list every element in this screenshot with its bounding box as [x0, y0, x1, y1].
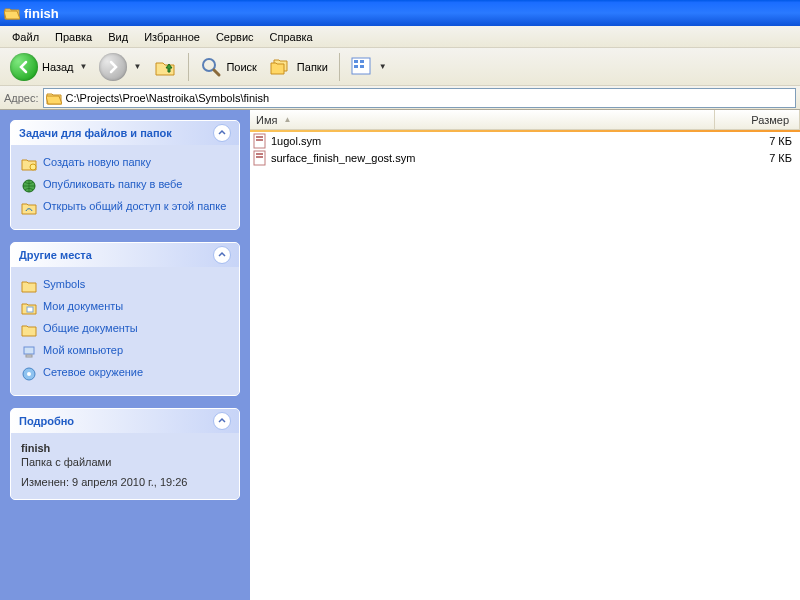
sym-file-icon — [252, 150, 268, 166]
svg-point-12 — [27, 372, 31, 376]
svg-rect-5 — [360, 65, 364, 68]
place-symbols[interactable]: Symbols — [21, 275, 229, 297]
other-places-header[interactable]: Другие места — [11, 243, 239, 267]
svg-rect-18 — [256, 156, 263, 158]
toolbar: Назад ▼ ▼ Поиск Папки ▼ — [0, 48, 800, 86]
task-share-folder[interactable]: Открыть общий доступ к этой папке — [21, 197, 229, 219]
svg-rect-14 — [256, 136, 263, 138]
folder-documents-icon — [21, 300, 37, 316]
tasks-pane: Задачи для файлов и папок Создать новую … — [0, 110, 250, 600]
globe-icon — [21, 178, 37, 194]
address-field[interactable]: C:\Projects\Proe\Nastroika\Symbols\finis… — [43, 88, 796, 108]
details-name: finish — [21, 441, 229, 455]
place-my-computer[interactable]: Мой компьютер — [21, 341, 229, 363]
file-list: 1ugol.sym 7 КБ surface_finish_new_gost.s… — [250, 132, 800, 600]
collapse-icon — [213, 124, 231, 142]
menu-file[interactable]: Файл — [4, 29, 47, 45]
views-button[interactable]: ▼ — [347, 55, 391, 79]
file-tasks-panel: Задачи для файлов и папок Создать новую … — [10, 120, 240, 230]
task-publish-web[interactable]: Опубликовать папку в вебе — [21, 175, 229, 197]
folders-label: Папки — [297, 61, 328, 73]
separator — [188, 53, 189, 81]
folder-icon — [21, 278, 37, 294]
computer-icon — [21, 344, 37, 360]
file-list-area: Имя ▲ Размер 1ugol.sym 7 КБ surface_fini… — [250, 110, 800, 600]
chevron-down-icon: ▼ — [133, 62, 141, 71]
up-button[interactable] — [149, 53, 181, 81]
folder-open-icon — [4, 6, 20, 20]
collapse-icon — [213, 412, 231, 430]
svg-rect-3 — [354, 65, 358, 68]
place-shared-documents[interactable]: Общие документы — [21, 319, 229, 341]
column-size[interactable]: Размер — [715, 110, 800, 129]
forward-button[interactable]: ▼ — [95, 51, 145, 83]
details-modified: Изменен: 9 апреля 2010 г., 19:26 — [21, 475, 229, 489]
other-places-panel: Другие места Symbols Мои документы Общие… — [10, 242, 240, 396]
file-size: 7 КБ — [715, 135, 800, 147]
menu-edit[interactable]: Правка — [47, 29, 100, 45]
file-tasks-header[interactable]: Задачи для файлов и папок — [11, 121, 239, 145]
search-button[interactable]: Поиск — [196, 54, 260, 80]
folder-open-icon — [46, 91, 62, 105]
menu-view[interactable]: Вид — [100, 29, 136, 45]
place-my-documents[interactable]: Мои документы — [21, 297, 229, 319]
svg-rect-8 — [27, 307, 33, 312]
place-network[interactable]: Сетевое окружение — [21, 363, 229, 385]
svg-point-6 — [30, 164, 36, 170]
window-titlebar: finish — [0, 0, 800, 26]
search-label: Поиск — [226, 61, 256, 73]
folder-up-icon — [153, 55, 177, 79]
collapse-icon — [213, 246, 231, 264]
details-title: Подробно — [19, 415, 74, 427]
svg-rect-15 — [256, 139, 263, 141]
menubar: Файл Правка Вид Избранное Сервис Справка — [0, 26, 800, 48]
back-icon — [10, 53, 38, 81]
task-new-folder[interactable]: Создать новую папку — [21, 153, 229, 175]
svg-rect-9 — [24, 347, 34, 354]
svg-rect-4 — [360, 60, 364, 63]
chevron-down-icon: ▼ — [379, 62, 387, 71]
file-tasks-title: Задачи для файлов и папок — [19, 127, 172, 139]
file-name: surface_finish_new_gost.sym — [271, 152, 715, 164]
address-label: Адрес: — [4, 92, 39, 104]
menu-favorites[interactable]: Избранное — [136, 29, 208, 45]
views-icon — [351, 57, 373, 77]
folders-icon — [269, 56, 293, 78]
column-name[interactable]: Имя ▲ — [250, 110, 715, 129]
chevron-down-icon: ▼ — [80, 62, 88, 71]
svg-rect-10 — [26, 355, 32, 357]
file-item[interactable]: surface_finish_new_gost.sym 7 КБ — [250, 149, 800, 166]
column-headers: Имя ▲ Размер — [250, 110, 800, 130]
menu-tools[interactable]: Сервис — [208, 29, 262, 45]
back-button[interactable]: Назад ▼ — [6, 51, 91, 83]
address-path: C:\Projects\Proe\Nastroika\Symbols\finis… — [66, 92, 270, 104]
details-panel: Подробно finish Папка с файлами Изменен:… — [10, 408, 240, 500]
sym-file-icon — [252, 133, 268, 149]
svg-rect-2 — [354, 60, 358, 63]
search-icon — [200, 56, 222, 78]
window-title: finish — [24, 6, 59, 21]
details-header[interactable]: Подробно — [11, 409, 239, 433]
folder-new-icon — [21, 156, 37, 172]
back-label: Назад — [42, 61, 74, 73]
folders-button[interactable]: Папки — [265, 54, 332, 80]
svg-rect-17 — [256, 153, 263, 155]
network-icon — [21, 366, 37, 382]
menu-help[interactable]: Справка — [262, 29, 321, 45]
file-name: 1ugol.sym — [271, 135, 715, 147]
file-item[interactable]: 1ugol.sym 7 КБ — [250, 132, 800, 149]
sort-asc-icon: ▲ — [283, 115, 291, 124]
address-bar: Адрес: C:\Projects\Proe\Nastroika\Symbol… — [0, 86, 800, 110]
folder-shared-icon — [21, 322, 37, 338]
other-places-title: Другие места — [19, 249, 92, 261]
folder-share-icon — [21, 200, 37, 216]
file-size: 7 КБ — [715, 152, 800, 164]
details-type: Папка с файлами — [21, 455, 229, 469]
forward-icon — [99, 53, 127, 81]
separator — [339, 53, 340, 81]
